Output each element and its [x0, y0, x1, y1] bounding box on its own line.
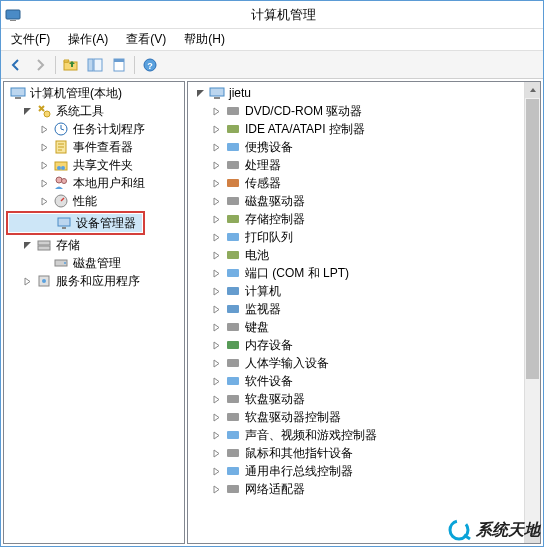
expand-icon[interactable] — [210, 159, 223, 172]
expand-icon[interactable] — [210, 105, 223, 118]
svg-rect-9 — [11, 88, 25, 96]
expand-icon[interactable] — [38, 123, 51, 136]
expand-icon[interactable] — [210, 213, 223, 226]
device-category[interactable]: DVD/CD-ROM 驱动器 — [190, 102, 522, 120]
back-button[interactable] — [5, 54, 27, 76]
device-category[interactable]: 端口 (COM 和 LPT) — [190, 264, 522, 282]
device-category[interactable]: 通用串行总线控制器 — [190, 462, 522, 480]
device-category[interactable]: 存储控制器 — [190, 210, 522, 228]
svg-rect-33 — [227, 161, 239, 169]
tree-item-performance[interactable]: 性能 — [6, 192, 182, 210]
tree-label: 内存设备 — [243, 337, 295, 354]
svg-rect-40 — [227, 287, 239, 295]
expand-icon[interactable] — [38, 195, 51, 208]
expand-icon[interactable] — [210, 357, 223, 370]
menu-file[interactable]: 文件(F) — [7, 29, 54, 50]
svg-rect-49 — [227, 449, 239, 457]
tree-label: 键盘 — [243, 319, 271, 336]
tree-item-event-viewer[interactable]: 事件查看器 — [6, 138, 182, 156]
menu-help[interactable]: 帮助(H) — [180, 29, 229, 50]
tree-item-local-users[interactable]: 本地用户和组 — [6, 174, 182, 192]
expand-icon[interactable] — [38, 177, 51, 190]
expand-icon[interactable] — [210, 465, 223, 478]
vertical-scrollbar[interactable] — [524, 82, 540, 543]
expand-icon[interactable] — [38, 159, 51, 172]
collapse-icon[interactable] — [21, 239, 34, 252]
svg-rect-20 — [58, 218, 70, 226]
svg-rect-46 — [227, 395, 239, 403]
device-root[interactable]: jietu — [190, 84, 522, 102]
expand-icon[interactable] — [210, 249, 223, 262]
device-category[interactable]: 软盘驱动器 — [190, 390, 522, 408]
device-category[interactable]: 监视器 — [190, 300, 522, 318]
device-category[interactable]: IDE ATA/ATAPI 控制器 — [190, 120, 522, 138]
menu-action[interactable]: 操作(A) — [64, 29, 112, 50]
expand-icon[interactable] — [210, 195, 223, 208]
device-category[interactable]: 网络适配器 — [190, 480, 522, 498]
svg-rect-42 — [227, 323, 239, 331]
menu-view[interactable]: 查看(V) — [122, 29, 170, 50]
scroll-up-button[interactable] — [525, 82, 540, 98]
tree-group-storage[interactable]: 存储 — [6, 236, 182, 254]
expand-icon[interactable] — [210, 375, 223, 388]
scroll-thumb[interactable] — [526, 99, 539, 379]
device-category[interactable]: 人体学输入设备 — [190, 354, 522, 372]
expand-icon[interactable] — [210, 303, 223, 316]
expand-icon[interactable] — [210, 177, 223, 190]
tree-label: 人体学输入设备 — [243, 355, 331, 372]
device-category[interactable]: 软盘驱动器控制器 — [190, 408, 522, 426]
expand-icon[interactable] — [210, 411, 223, 424]
device-icon — [225, 409, 241, 425]
device-icon — [225, 193, 241, 209]
device-icon — [225, 319, 241, 335]
content-area: 计算机管理(本地) 系统工具 任务计划程序 事件查看器 — [1, 79, 543, 546]
device-category[interactable]: 处理器 — [190, 156, 522, 174]
separator — [134, 56, 135, 74]
device-category[interactable]: 声音、视频和游戏控制器 — [190, 426, 522, 444]
tree-item-shared-folders[interactable]: 共享文件夹 — [6, 156, 182, 174]
tree-label: 性能 — [71, 193, 99, 210]
up-folder-button[interactable] — [60, 54, 82, 76]
expand-icon[interactable] — [210, 321, 223, 334]
watermark-icon — [446, 517, 472, 543]
properties-button[interactable] — [108, 54, 130, 76]
tree-group-system-tools[interactable]: 系统工具 — [6, 102, 182, 120]
svg-rect-28 — [210, 88, 224, 96]
expand-icon[interactable] — [210, 285, 223, 298]
expand-icon[interactable] — [210, 141, 223, 154]
show-hide-button[interactable] — [84, 54, 106, 76]
tree-label: 监视器 — [243, 301, 283, 318]
right-pane: jietu DVD/CD-ROM 驱动器IDE ATA/ATAPI 控制器便携设… — [187, 81, 541, 544]
device-category[interactable]: 传感器 — [190, 174, 522, 192]
tree-item-disk-mgmt[interactable]: 磁盘管理 — [6, 254, 182, 272]
expand-icon[interactable] — [210, 393, 223, 406]
forward-button[interactable] — [29, 54, 51, 76]
device-category[interactable]: 电池 — [190, 246, 522, 264]
device-category[interactable]: 软件设备 — [190, 372, 522, 390]
device-category[interactable]: 计算机 — [190, 282, 522, 300]
device-category[interactable]: 磁盘驱动器 — [190, 192, 522, 210]
expand-icon[interactable] — [210, 123, 223, 136]
tree-label: DVD/CD-ROM 驱动器 — [243, 103, 364, 120]
tree-item-task-scheduler[interactable]: 任务计划程序 — [6, 120, 182, 138]
expand-icon[interactable] — [210, 429, 223, 442]
expand-icon[interactable] — [210, 447, 223, 460]
expand-icon[interactable] — [210, 339, 223, 352]
tree-group-services[interactable]: 服务和应用程序 — [6, 272, 182, 290]
expand-icon[interactable] — [21, 275, 34, 288]
device-category[interactable]: 打印队列 — [190, 228, 522, 246]
expand-icon[interactable] — [210, 267, 223, 280]
help-button[interactable]: ? — [139, 54, 161, 76]
device-category[interactable]: 鼠标和其他指针设备 — [190, 444, 522, 462]
device-category[interactable]: 便携设备 — [190, 138, 522, 156]
collapse-icon[interactable] — [194, 87, 207, 100]
collapse-icon[interactable] — [21, 105, 34, 118]
expand-icon[interactable] — [38, 141, 51, 154]
expand-icon[interactable] — [210, 231, 223, 244]
device-category[interactable]: 内存设备 — [190, 336, 522, 354]
services-icon — [36, 273, 52, 289]
tree-item-device-manager[interactable]: 设备管理器 — [9, 214, 142, 232]
device-category[interactable]: 键盘 — [190, 318, 522, 336]
expand-icon[interactable] — [210, 483, 223, 496]
tree-root[interactable]: 计算机管理(本地) — [6, 84, 182, 102]
